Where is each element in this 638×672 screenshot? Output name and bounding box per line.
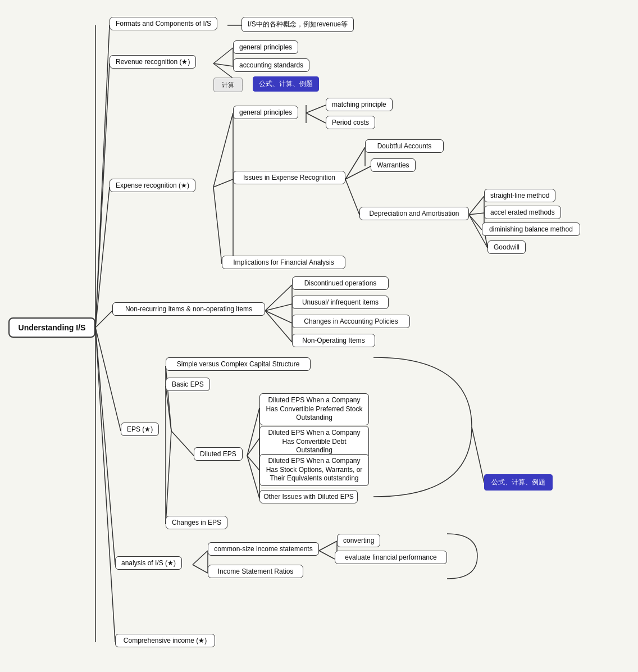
- svg-line-35: [265, 311, 292, 342]
- formats-node: Formats and Components of I/S: [110, 17, 217, 30]
- formula-right-node[interactable]: 公式、计算、例题: [484, 474, 553, 491]
- simple-complex-node: Simple versus Complex Capital Structure: [166, 357, 311, 371]
- general-princ2-node: general principles: [233, 106, 298, 119]
- changes-eps-node: Changes in EPS: [166, 516, 227, 529]
- svg-line-9: [213, 48, 233, 63]
- comprehensive-node: Comprehensive income (★): [115, 634, 215, 647]
- svg-line-21: [345, 147, 365, 179]
- svg-line-54: [319, 551, 335, 559]
- doubtful-node: Doubtful Accounts: [365, 139, 444, 153]
- issues-expense-node: Issues in Expense Recognition: [233, 171, 345, 184]
- other-diluted-node: Other Issues with Diluted EPS: [259, 490, 358, 503]
- income-ratios-node: Income Statement Ratios: [208, 565, 303, 578]
- depreciation-node: Depreciation and Amortisation: [359, 207, 469, 220]
- warranties-node: Warranties: [371, 158, 416, 172]
- nonop-items-node: Non-Operating Items: [292, 334, 375, 347]
- accel-methods-node: accel erated methods: [484, 206, 561, 219]
- svg-line-53: [319, 541, 337, 551]
- revenue-rec-node: Revenue recognition (★): [110, 55, 196, 69]
- changes-acctg-node: Changes in Accounting Policies: [292, 315, 410, 328]
- svg-line-3: [95, 311, 112, 328]
- svg-line-45: [247, 438, 259, 456]
- svg-line-23: [345, 179, 359, 215]
- svg-line-34: [265, 311, 292, 323]
- svg-line-38: [166, 386, 171, 431]
- svg-line-26: [469, 213, 484, 215]
- formats-note-node: I/S中的各种概念，例如revenue等: [241, 17, 354, 32]
- svg-line-18: [213, 187, 222, 264]
- straight-line-node: straight-line method: [484, 189, 555, 202]
- svg-line-51: [193, 565, 208, 573]
- svg-line-14: [306, 113, 326, 123]
- discontinued-node: Discontinued operations: [292, 276, 389, 290]
- diluted-debt-node: Diluted EPS When a Company Has Convertib…: [259, 426, 369, 458]
- expense-rec-node: Expense recognition (★): [110, 179, 195, 192]
- nonrecurring-node: Non-recurring items & non-operating item…: [112, 302, 265, 316]
- svg-line-44: [247, 408, 259, 456]
- svg-line-39: [171, 431, 194, 456]
- dim-balance-node: diminishing balance method: [482, 223, 580, 236]
- svg-line-16: [213, 113, 233, 187]
- svg-line-47: [247, 456, 259, 498]
- svg-line-6: [95, 328, 115, 642]
- svg-line-46: [247, 456, 259, 470]
- diluted-eps-node: Diluted EPS: [194, 447, 243, 461]
- implications-node: Implications for Financial Analysis: [222, 256, 345, 269]
- evaluate-fin-node: evaluate financial performance: [335, 551, 447, 564]
- diluted-options-node: Diluted EPS When a Company Has Stock Opt…: [259, 454, 369, 486]
- svg-line-40: [166, 431, 171, 524]
- eps-node: EPS (★): [121, 423, 159, 436]
- svg-line-17: [213, 179, 233, 187]
- svg-line-10: [213, 63, 233, 66]
- svg-line-5: [95, 328, 115, 565]
- svg-line-37: [166, 366, 171, 431]
- svg-line-13: [306, 105, 326, 113]
- svg-line-4: [95, 328, 121, 431]
- svg-line-50: [193, 551, 208, 565]
- svg-line-1: [95, 63, 110, 328]
- svg-line-49: [472, 427, 484, 483]
- svg-line-22: [345, 166, 371, 179]
- diluted-pref-node: Diluted EPS When a Company Has Convertib…: [259, 393, 369, 425]
- svg-line-25: [469, 196, 484, 215]
- accounting-std-node: accounting standards: [233, 58, 309, 72]
- converting-node: converting: [337, 534, 380, 547]
- formula-tag-node[interactable]: 公式、计算、例题: [253, 76, 319, 92]
- svg-line-2: [95, 187, 110, 328]
- svg-line-0: [95, 25, 110, 328]
- analysis-is-node: analysis of I/S (★): [115, 556, 182, 570]
- unusual-node: Unusual/ infrequent items: [292, 296, 389, 309]
- general-princ1-node: general principles: [233, 40, 298, 54]
- goodwill-node: Goodwill: [487, 240, 526, 254]
- svg-line-32: [265, 285, 292, 311]
- period-costs-node: Period costs: [326, 116, 375, 129]
- svg-line-27: [469, 215, 482, 230]
- calc-tag-node: 计算: [213, 78, 243, 92]
- basic-eps-node: Basic EPS: [166, 378, 210, 391]
- svg-line-33: [265, 304, 292, 311]
- common-size-node: common-size income statements: [208, 542, 319, 556]
- root-node: Understanding I/S: [8, 317, 95, 338]
- matching-princ-node: matching principle: [326, 98, 393, 111]
